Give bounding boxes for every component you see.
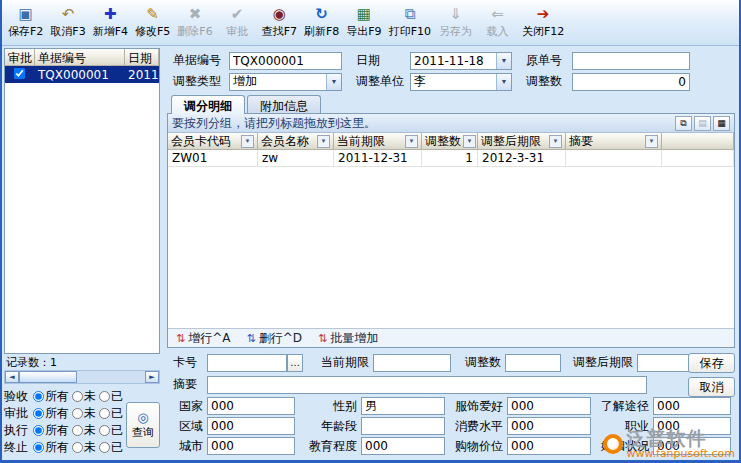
detail-adjust-count-input[interactable]	[505, 354, 561, 372]
radio-approval-all[interactable]	[33, 408, 44, 419]
filter-acceptance-not[interactable]: 未	[72, 388, 96, 405]
approve-checkbox[interactable]	[14, 68, 25, 79]
radio-terminate-not[interactable]	[72, 442, 83, 453]
column-header-doc-no[interactable]: 单据编号	[35, 49, 125, 66]
column-header-approve[interactable]: 审批	[5, 49, 35, 66]
scrollbar-track[interactable]	[77, 371, 145, 383]
doc-no-input[interactable]	[229, 52, 342, 70]
member-name-filter-icon[interactable]: ▼	[317, 135, 330, 148]
filter-label-terminate: 终止	[4, 439, 30, 456]
column-header-date[interactable]: 日期	[125, 49, 159, 66]
filter-acceptance-all[interactable]: 所有	[33, 388, 69, 405]
grid-panel: 要按列分组，请把列标题拖放到这里。 ⧉ ▤ ▦ 会员卡代码▼ 会员名称▼ 当前期…	[167, 113, 735, 348]
adjust-unit-dropdown-icon[interactable]: ▼	[496, 74, 511, 90]
adjust-count-label: 调整数	[526, 73, 572, 90]
add-new-button[interactable]: ✚ 新增F4	[90, 1, 131, 44]
radio-execute-not[interactable]	[72, 425, 83, 436]
copy-icon[interactable]: ⧉	[675, 116, 692, 131]
after-term-filter-icon[interactable]: ▼	[549, 135, 562, 148]
cancel-button[interactable]: ↶ 取消F3	[47, 1, 88, 44]
radio-approval-done[interactable]	[99, 408, 110, 419]
delete-row-link[interactable]: ⇅删行^D	[246, 330, 302, 347]
radio-acceptance-not[interactable]	[72, 391, 83, 402]
clothing-pref-input[interactable]	[507, 397, 591, 415]
filter-approval-done[interactable]: 已	[99, 405, 123, 422]
card-no-input[interactable]	[207, 354, 287, 372]
date-dropdown-icon[interactable]: ▼	[496, 53, 511, 69]
tab-additional-info[interactable]: 附加信息	[247, 95, 321, 113]
detail-cancel-button[interactable]: 取消	[688, 377, 735, 397]
load-button: ⇐ 载入	[477, 1, 518, 44]
print-button[interactable]: ⧉ 打印F10	[386, 1, 434, 44]
price-range-input[interactable]	[507, 437, 591, 455]
marital-status-input[interactable]	[653, 437, 731, 455]
region-input[interactable]	[207, 417, 295, 435]
filter-acceptance-done[interactable]: 已	[99, 388, 123, 405]
age-group-input[interactable]	[361, 417, 445, 435]
country-input[interactable]	[207, 397, 295, 415]
adjust-count-input[interactable]	[572, 73, 690, 91]
detail-save-button[interactable]: 保存	[688, 353, 735, 373]
summary-filter-icon[interactable]: ▼	[645, 135, 658, 148]
column-header-adjust-count[interactable]: 调整数▼	[422, 133, 478, 150]
radio-execute-done[interactable]	[99, 425, 110, 436]
scrollbar-thumb[interactable]	[19, 371, 77, 383]
radio-acceptance-done[interactable]	[99, 391, 110, 402]
find-button[interactable]: ◉ 查找F7	[259, 1, 300, 44]
batch-add-link[interactable]: ⇅批量增加	[318, 330, 378, 347]
radio-terminate-all[interactable]	[33, 442, 44, 453]
grid-settings-icon[interactable]: ▦	[713, 116, 730, 131]
column-header-card-code[interactable]: 会员卡代码▼	[168, 133, 258, 150]
card-code-filter-icon[interactable]: ▼	[241, 135, 254, 148]
print-button-label: 打印F10	[389, 24, 431, 39]
filter-terminate-all[interactable]: 所有	[33, 439, 69, 456]
scroll-right-icon[interactable]: ►	[145, 371, 159, 383]
referral-input[interactable]	[653, 397, 731, 415]
tab-adjust-detail[interactable]: 调分明细	[171, 95, 245, 114]
export-button[interactable]: ▦ 导出F9	[343, 1, 384, 44]
filter-approval-not[interactable]: 未	[72, 405, 96, 422]
column-header-member-name[interactable]: 会员名称▼	[258, 133, 334, 150]
adjust-count-filter-icon[interactable]: ▼	[463, 135, 476, 148]
save-button[interactable]: ▣ 保存F2	[5, 1, 46, 44]
occupation-input[interactable]	[653, 417, 731, 435]
filter-approval-all[interactable]: 所有	[33, 405, 69, 422]
current-term-input[interactable]	[373, 354, 451, 372]
doc-no-label: 单据编号	[173, 52, 229, 69]
scroll-left-icon[interactable]: ◄	[5, 371, 19, 383]
filter-terminate-not[interactable]: 未	[72, 439, 96, 456]
radio-acceptance-all[interactable]	[33, 391, 44, 402]
filter-execute-not[interactable]: 未	[72, 422, 96, 439]
column-header-summary[interactable]: 摘要▼	[566, 133, 662, 150]
gender-input[interactable]	[361, 397, 445, 415]
refresh-button[interactable]: ↻ 刷新F8	[301, 1, 342, 44]
modify-button[interactable]: ✎ 修改F5	[132, 1, 173, 44]
radio-terminate-done[interactable]	[99, 442, 110, 453]
query-button[interactable]: ◎ 查询	[126, 402, 160, 448]
current-term-filter-icon[interactable]: ▼	[405, 135, 418, 148]
summary-input[interactable]	[207, 376, 647, 394]
orig-no-input[interactable]	[572, 52, 690, 70]
date-label: 日期	[356, 52, 410, 69]
document-list-row[interactable]: TQX000001 2011-1	[5, 66, 159, 83]
filter-execute-done[interactable]: 已	[99, 422, 123, 439]
filter-execute-all[interactable]: 所有	[33, 422, 69, 439]
consumption-input[interactable]	[507, 417, 591, 435]
column-header-current-term[interactable]: 当前期限▼	[334, 133, 422, 150]
load-icon: ⇐	[491, 6, 504, 23]
add-row-link[interactable]: ⇅增行^A	[176, 330, 230, 347]
close-button[interactable]: ➔ 关闭F12	[519, 1, 567, 44]
find-button-label: 查找F7	[262, 24, 297, 39]
filter-terminate-done[interactable]: 已	[99, 439, 123, 456]
education-input[interactable]	[361, 437, 445, 455]
card-no-lookup-icon[interactable]: …	[287, 354, 303, 372]
radio-execute-all[interactable]	[33, 425, 44, 436]
radio-approval-not[interactable]	[72, 408, 83, 419]
group-by-bar[interactable]: 要按列分组，请把列标题拖放到这里。 ⧉ ▤ ▦	[168, 114, 734, 133]
column-header-after-term[interactable]: 调整后期限▼	[478, 133, 566, 150]
occupation-label: 职业	[597, 418, 649, 435]
grid-data-row[interactable]: ZW01 zw 2011-12-31 1 2012-3-31	[168, 150, 734, 167]
adjust-type-dropdown-icon[interactable]: ▼	[326, 74, 341, 90]
city-input[interactable]	[207, 437, 295, 455]
paste-icon[interactable]: ▤	[694, 116, 711, 131]
